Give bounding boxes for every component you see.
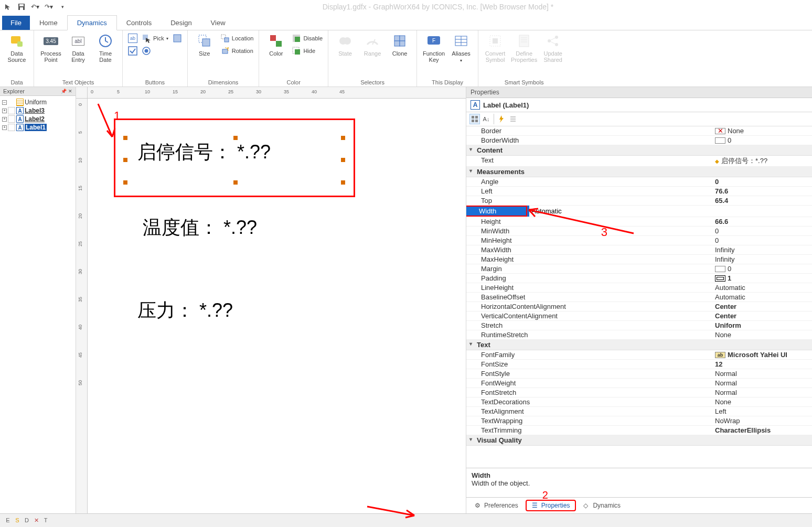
property-row[interactable]: TextWrappingNoWrap: [466, 416, 812, 426]
property-row[interactable]: TextDecorationsNone: [466, 397, 812, 407]
qat-cursor-icon[interactable]: [3, 2, 13, 12]
property-value[interactable]: Normal: [713, 388, 812, 397]
status-icon-e[interactable]: E: [4, 517, 12, 524]
property-row[interactable]: FontFamilyabMicrosoft YaHei UI: [466, 350, 812, 360]
tab-design[interactable]: Design: [161, 16, 201, 30]
tab-view[interactable]: View: [201, 16, 235, 30]
state-button[interactable]: State: [334, 33, 357, 57]
property-value[interactable]: 66.6: [713, 217, 812, 226]
property-row[interactable]: TextTrimmingCharacterEllipsis: [466, 426, 812, 435]
checkbox-button[interactable]: [128, 45, 137, 57]
tab-controls[interactable]: Controls: [117, 16, 161, 30]
property-row[interactable]: Border✕None: [466, 126, 812, 136]
property-grid[interactable]: Border✕NoneBorderWidth0ContentText◆启停信号：…: [466, 126, 812, 468]
property-value[interactable]: ✕None: [713, 126, 812, 135]
radio-button[interactable]: [142, 45, 168, 57]
property-category[interactable]: Measurements: [466, 167, 812, 177]
property-row[interactable]: Text◆启停信号：*.??: [466, 156, 812, 167]
property-value[interactable]: Automatic: [713, 283, 812, 292]
canvas-label-2[interactable]: 温度值： *.??: [143, 215, 257, 241]
property-value[interactable]: 0: [713, 227, 812, 235]
hide-button[interactable]: Hide: [292, 45, 323, 57]
expand-icon[interactable]: –: [2, 100, 7, 105]
square-button[interactable]: [173, 33, 182, 44]
tree-row-label2[interactable]: + A Label2: [1, 115, 74, 123]
status-icon-t[interactable]: T: [42, 517, 49, 524]
property-row[interactable]: Height66.6: [466, 217, 812, 227]
property-value[interactable]: 12: [713, 360, 812, 369]
disable-button[interactable]: Disable: [292, 33, 323, 44]
property-row[interactable]: VerticalContentAlignmentCenter: [466, 311, 812, 321]
property-value[interactable]: ◆启停信号：*.??: [713, 156, 812, 166]
property-row[interactable]: MinHeight0: [466, 236, 812, 245]
data-source-button[interactable]: Data Source: [5, 33, 28, 63]
location-button[interactable]: Location: [220, 33, 254, 44]
categorized-icon[interactable]: [469, 114, 480, 124]
pick-button[interactable]: Pick ▾: [142, 33, 168, 44]
property-value[interactable]: abMicrosoft YaHei UI: [713, 350, 812, 359]
property-value[interactable]: 0: [713, 177, 812, 186]
property-row[interactable]: MaxHeightInfinity: [466, 255, 812, 264]
ab-button[interactable]: ab: [128, 33, 137, 44]
color-button[interactable]: Color: [264, 33, 287, 57]
undo-icon[interactable]: ↶▾: [30, 2, 40, 12]
property-value[interactable]: Normal: [713, 369, 812, 378]
pin-close-icons[interactable]: 📌 ✕: [61, 89, 72, 94]
property-value[interactable]: Normal: [713, 379, 812, 388]
property-row[interactable]: Top65.4: [466, 196, 812, 206]
property-row[interactable]: MinWidth0: [466, 227, 812, 236]
time-date-button[interactable]: Time Date: [94, 33, 117, 63]
tree-row-uniform[interactable]: – Uniform: [1, 98, 74, 106]
property-value[interactable]: Infinity: [713, 245, 812, 254]
property-row[interactable]: Angle0: [466, 177, 812, 187]
property-row[interactable]: TextAlignmentLeft: [466, 407, 812, 416]
property-value[interactable]: CharacterEllipsis: [713, 426, 812, 435]
expand-icon[interactable]: +: [2, 109, 7, 113]
alphabetical-icon[interactable]: A↓: [481, 114, 492, 124]
property-value[interactable]: 0: [713, 264, 812, 273]
property-value[interactable]: None: [713, 330, 812, 339]
properties-tab[interactable]: ☰Properties 2: [526, 500, 576, 511]
property-value[interactable]: Left: [713, 407, 812, 416]
property-value[interactable]: Automatic: [529, 206, 812, 217]
range-button[interactable]: Range: [361, 33, 384, 57]
property-row[interactable]: RuntimeStretchNone: [466, 330, 812, 340]
qat-dropdown-icon[interactable]: ▾: [58, 2, 67, 12]
property-value[interactable]: 76.6: [713, 187, 812, 196]
design-canvas[interactable]: 1 启停信号： *.?? 温度值： *.?? 压力： *.??: [88, 99, 466, 513]
function-key-button[interactable]: FFunction Key: [422, 33, 445, 63]
tree-row-label3[interactable]: + A Label3: [1, 106, 74, 115]
size-button[interactable]: Size: [193, 33, 216, 57]
property-row[interactable]: BaselineOffsetAutomatic: [466, 293, 812, 302]
status-icon-s[interactable]: S: [14, 517, 21, 524]
property-value[interactable]: 1: [713, 274, 812, 283]
property-value[interactable]: NoWrap: [713, 416, 812, 425]
tab-home[interactable]: Home: [30, 16, 67, 30]
property-category[interactable]: Visual Quality: [466, 435, 812, 446]
property-row[interactable]: StretchUniform: [466, 321, 812, 330]
expand-icon[interactable]: +: [2, 125, 7, 130]
property-row[interactable]: FontSize12: [466, 360, 812, 369]
property-value[interactable]: Center: [713, 311, 812, 320]
list-icon[interactable]: [508, 114, 518, 124]
property-value[interactable]: Infinity: [713, 255, 812, 264]
data-entry-button[interactable]: abl Data Entry: [67, 33, 90, 63]
status-icon-d[interactable]: D: [23, 517, 30, 524]
property-row[interactable]: HorizontalContentAlignmentCenter: [466, 302, 812, 311]
property-row[interactable]: WidthAutomatic: [466, 206, 812, 217]
dynamics-tab[interactable]: ◇Dynamics: [578, 501, 626, 510]
property-value[interactable]: Uniform: [713, 321, 812, 330]
process-point-button[interactable]: 3.45 Process Point: [39, 33, 62, 63]
convert-symbol-button[interactable]: Convert Symbol: [484, 33, 507, 63]
canvas-label-1[interactable]: 启停信号： *.??: [137, 139, 271, 165]
define-properties-button[interactable]: Define Properties: [511, 33, 537, 63]
property-value[interactable]: 65.4: [713, 196, 812, 205]
property-value[interactable]: 0: [713, 136, 812, 145]
file-tab[interactable]: File: [2, 16, 30, 30]
rotation-button[interactable]: Rotation: [220, 45, 254, 57]
status-icon-x[interactable]: ✕: [33, 517, 40, 524]
property-row[interactable]: FontStyleNormal: [466, 369, 812, 379]
property-category[interactable]: Content: [466, 145, 812, 156]
canvas-label-3[interactable]: 压力： *.??: [137, 298, 233, 324]
property-value[interactable]: None: [713, 397, 812, 406]
